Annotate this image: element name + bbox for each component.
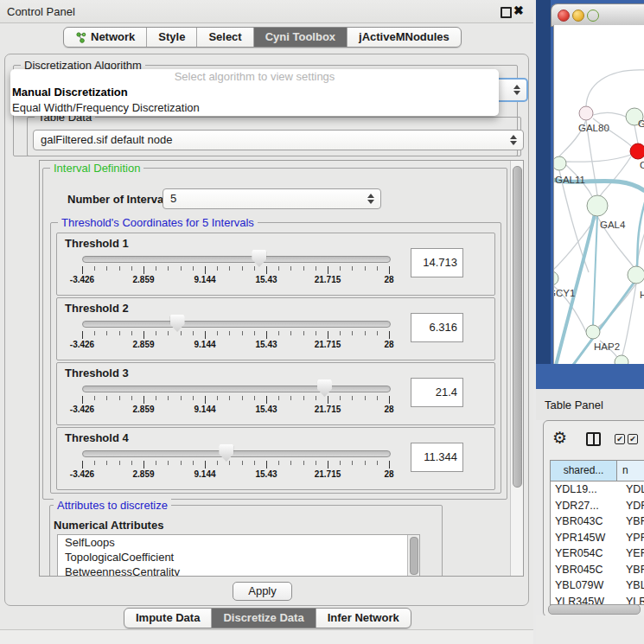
tick-label: 21.715 xyxy=(315,469,341,479)
tick-label: 9.144 xyxy=(194,405,215,414)
apply-button[interactable]: Apply xyxy=(233,582,292,601)
node-label: GCY1 xyxy=(554,288,575,298)
table-row[interactable]: YBR043CYBR0 xyxy=(551,513,644,530)
threshold-value-field[interactable]: 14.713 xyxy=(411,248,463,277)
tick-label: 15.43 xyxy=(255,340,277,349)
tick-label: 9.144 xyxy=(194,275,215,284)
settings-scrollpane: Interval Definition Number of Intervals … xyxy=(39,160,524,577)
gear-icon[interactable]: ⚙ xyxy=(552,430,567,446)
attributes-list[interactable]: SelfLoops TopologicalCoefficient Between… xyxy=(57,534,420,577)
tab-label: Style xyxy=(158,28,185,47)
tab-infer-network[interactable]: Infer Network xyxy=(316,609,411,628)
group-title: Threshold's Coordinates for 5 Intervals xyxy=(58,216,258,229)
control-panel-titlebar: Control Panel ✖ xyxy=(0,0,533,23)
tab-impute-data[interactable]: Impute Data xyxy=(124,609,212,628)
threshold-value-field[interactable]: 6.316 xyxy=(411,313,463,342)
checkbox-icon[interactable]: ✔ xyxy=(628,434,638,444)
column-header-shared-name[interactable]: shared... xyxy=(551,461,617,481)
threshold-label: Threshold 1 xyxy=(65,237,129,250)
slider-thumb[interactable] xyxy=(252,250,266,267)
tab-style[interactable]: Style xyxy=(147,28,197,47)
scrollbar-thumb[interactable] xyxy=(513,166,522,488)
dropdown-option-equal-width[interactable]: Equal Width/Frequency Discretization xyxy=(10,100,499,116)
node-label: G xyxy=(638,118,644,129)
tab-label: Discretize Data xyxy=(223,609,303,628)
tab-label: Infer Network xyxy=(328,609,399,628)
node-label: H xyxy=(640,290,644,300)
table-row[interactable]: YBR045CYBR0 xyxy=(551,562,644,578)
table-panel-title: Table Panel xyxy=(545,399,603,411)
close-icon[interactable]: ✖ xyxy=(513,3,524,17)
threshold-slider[interactable] xyxy=(82,256,391,263)
table-data-combobox[interactable]: galFiltered.sif default node xyxy=(33,130,524,150)
num-intervals-combobox[interactable]: 5 xyxy=(163,188,381,209)
network-desktop-background xyxy=(536,0,551,364)
tab-cyni-toolbox[interactable]: Cyni Toolbox xyxy=(254,28,348,47)
threshold-slider[interactable] xyxy=(82,321,391,328)
tab-discretize-data[interactable]: Discretize Data xyxy=(212,609,316,628)
slider-thumb[interactable] xyxy=(219,444,233,462)
threshold-slider[interactable] xyxy=(82,450,391,457)
window-close-button[interactable] xyxy=(558,10,570,22)
node-table[interactable]: shared... n YDL19...YDL1 YDR27...YDR2 YB… xyxy=(550,460,644,605)
network-window-titlebar[interactable] xyxy=(551,3,644,27)
bottom-tab-bar: Impute Data Discretize Data Infer Networ… xyxy=(124,608,411,628)
node-label: GAL4 xyxy=(600,220,626,230)
threshold-value-field[interactable]: 11.344 xyxy=(411,443,463,472)
scrollbar-thumb[interactable] xyxy=(410,537,418,575)
split-columns-icon[interactable] xyxy=(586,432,601,446)
threshold-value-field[interactable]: 21.4 xyxy=(411,378,463,407)
table-data-group: Table Data galFiltered.sif default node xyxy=(27,117,521,156)
tick-label: 15.43 xyxy=(255,275,277,284)
list-item[interactable]: SelfLoops xyxy=(58,535,419,550)
slider-thumb[interactable] xyxy=(317,379,332,397)
table-header-row: shared... n xyxy=(551,461,644,481)
table-row[interactable]: YLR345WYLR3 xyxy=(551,594,644,606)
vertical-scrollbar[interactable] xyxy=(510,161,523,576)
column-header-name[interactable]: n xyxy=(617,461,644,481)
background-area xyxy=(536,615,644,644)
scrollbar-thumb[interactable] xyxy=(548,604,641,615)
list-item[interactable]: TopologicalCoefficient xyxy=(58,550,419,564)
window-zoom-button[interactable] xyxy=(587,10,599,22)
threshold-1-panel: Threshold 1 -3.426 2.859 9.144 15.43 21.… xyxy=(56,233,495,296)
slider-ticks xyxy=(82,461,390,469)
list-item[interactable]: BetweennessCentrality xyxy=(58,564,419,577)
float-window-icon[interactable] xyxy=(501,7,512,18)
tab-label: Impute Data xyxy=(136,609,200,628)
panel-title: Control Panel xyxy=(7,5,75,18)
dropdown-option-manual[interactable]: Manual Discretization xyxy=(10,85,499,100)
table-row[interactable]: YPR145WYPR1 xyxy=(551,530,644,546)
threshold-slider[interactable] xyxy=(82,386,391,392)
node-gal4 xyxy=(587,195,608,216)
tick-label: 28 xyxy=(384,275,393,284)
top-tab-bar: Network Style Select Cyni Toolbox jActiv… xyxy=(63,27,462,48)
num-intervals-label: Number of Intervals xyxy=(67,193,173,206)
node-label: HAP2 xyxy=(594,341,620,352)
table-row[interactable]: YER054CYER0 xyxy=(551,545,644,562)
tab-network[interactable]: Network xyxy=(64,28,147,47)
tab-select[interactable]: Select xyxy=(197,28,253,47)
tick-label: 21.715 xyxy=(315,405,341,414)
tick-label: 15.43 xyxy=(255,405,277,414)
tab-jactivemnodules[interactable]: jActiveMNodules xyxy=(348,28,461,47)
slider-ticks xyxy=(82,396,390,404)
panel-bottom-area xyxy=(0,630,533,644)
table-row[interactable]: YBL079WYBL0 xyxy=(551,577,644,594)
list-scrollbar[interactable] xyxy=(407,535,419,577)
tick-label: 2.859 xyxy=(132,340,154,349)
network-canvas[interactable]: GAL80 G C GAL11 GAL4 GCY1 H HAP2 xyxy=(553,25,644,364)
node-label: C xyxy=(640,160,644,170)
table-row[interactable]: YDR27...YDR2 xyxy=(551,498,644,514)
horizontal-scrollbar[interactable] xyxy=(548,604,641,614)
threshold-label: Threshold 3 xyxy=(65,367,129,379)
table-row[interactable]: YDL19...YDL1 xyxy=(551,481,644,498)
tick-label: -3.426 xyxy=(70,275,94,284)
node-gal80 xyxy=(579,106,593,120)
tick-label: 2.859 xyxy=(132,275,154,284)
slider-ticks xyxy=(82,331,390,339)
window-minimize-button[interactable] xyxy=(572,10,584,22)
slider-thumb[interactable] xyxy=(170,315,185,332)
interval-definition-group: Interval Definition Number of Intervals … xyxy=(42,168,507,500)
checkbox-icon[interactable]: ✔ xyxy=(615,434,625,444)
